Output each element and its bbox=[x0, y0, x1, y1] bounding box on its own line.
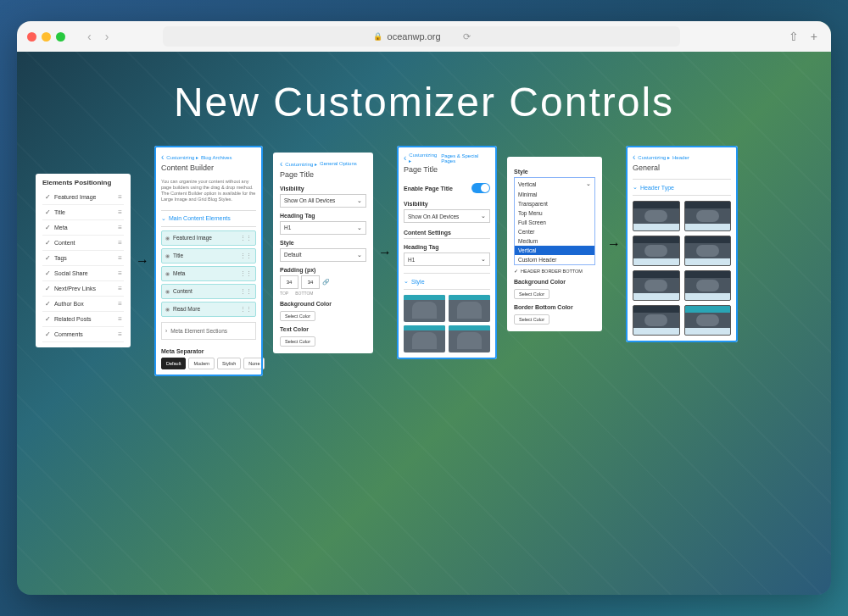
dropdown-item[interactable]: Minimal bbox=[515, 190, 594, 199]
breadcrumb[interactable]: ‹Customizing ▸Header bbox=[633, 153, 731, 162]
style-thumb[interactable] bbox=[449, 325, 490, 352]
item-label: Title bbox=[54, 209, 65, 215]
eye-icon[interactable]: ◉ bbox=[165, 288, 170, 294]
padding-top-input[interactable]: 34 bbox=[280, 275, 298, 289]
drag-item[interactable]: ◉Read More⋮⋮ bbox=[161, 302, 256, 317]
list-item[interactable]: ✓Social Share≡ bbox=[42, 266, 124, 281]
drag-item[interactable]: ◉Content⋮⋮ bbox=[161, 284, 256, 299]
visibility-select[interactable]: Show On All Devices⌄ bbox=[280, 194, 366, 208]
list-item[interactable]: ✓Author Box≡ bbox=[42, 297, 124, 312]
back-icon[interactable]: ‹ bbox=[404, 153, 406, 163]
drag-handle-icon[interactable]: ⋮⋮ bbox=[240, 288, 252, 295]
dropdown-item[interactable]: Custom Header bbox=[515, 255, 594, 264]
drag-icon[interactable]: ≡ bbox=[118, 208, 121, 216]
sep-option-none[interactable]: None bbox=[243, 358, 265, 369]
list-item[interactable]: ✓Comments≡ bbox=[42, 327, 124, 342]
drag-item[interactable]: ◉Meta⋮⋮ bbox=[161, 266, 256, 281]
drag-icon[interactable]: ≡ bbox=[118, 193, 121, 201]
close-icon[interactable] bbox=[27, 32, 36, 42]
back-icon[interactable]: ‹ bbox=[161, 153, 164, 162]
maximize-icon[interactable] bbox=[56, 32, 65, 42]
padding-bottom-input[interactable]: 34 bbox=[301, 275, 320, 289]
style-collapse[interactable]: ⌄Style bbox=[404, 273, 490, 290]
eye-icon[interactable]: ◉ bbox=[165, 306, 170, 312]
header-thumb[interactable] bbox=[633, 305, 680, 336]
eye-icon[interactable]: ◉ bbox=[165, 235, 170, 241]
list-item[interactable]: ✓Next/Prev Links≡ bbox=[42, 281, 124, 297]
heading-tag-select[interactable]: H1⌄ bbox=[280, 221, 366, 235]
dropdown-item[interactable]: Center bbox=[515, 227, 594, 236]
header-thumb[interactable] bbox=[684, 305, 732, 336]
drag-handle-icon[interactable]: ⋮⋮ bbox=[240, 253, 252, 259]
sep-option-stylish[interactable]: Stylish bbox=[217, 358, 241, 369]
link-icon[interactable]: 🔗 bbox=[322, 279, 330, 286]
style-select[interactable]: Default⌄ bbox=[280, 248, 366, 262]
drag-icon[interactable]: ≡ bbox=[118, 224, 121, 231]
list-item[interactable]: ✓Title≡ bbox=[42, 205, 124, 220]
drag-item[interactable]: ◉Title⋮⋮ bbox=[161, 248, 256, 264]
drag-icon[interactable]: ≡ bbox=[118, 330, 121, 338]
drag-icon[interactable]: ≡ bbox=[118, 254, 121, 262]
border-color-button[interactable]: Select Color bbox=[514, 314, 550, 325]
drag-icon[interactable]: ≡ bbox=[118, 269, 121, 277]
field-label: Style bbox=[280, 240, 366, 246]
toggle-switch[interactable] bbox=[471, 183, 490, 193]
header-thumb[interactable] bbox=[684, 236, 732, 266]
drag-icon[interactable]: ≡ bbox=[118, 285, 121, 292]
back-arrow-icon[interactable]: ‹ bbox=[82, 28, 97, 45]
header-thumb[interactable] bbox=[684, 201, 732, 231]
forward-arrow-icon[interactable]: › bbox=[100, 28, 114, 45]
drag-icon[interactable]: ≡ bbox=[118, 239, 121, 247]
drag-icon[interactable]: ≡ bbox=[118, 300, 121, 308]
dropdown-item[interactable]: Medium bbox=[515, 236, 594, 246]
eye-icon[interactable]: ◉ bbox=[165, 253, 170, 258]
style-dropdown-open[interactable]: Vertical⌄ Minimal Transparent Top Menu F… bbox=[514, 177, 595, 265]
drag-handle-icon[interactable]: ⋮⋮ bbox=[240, 270, 252, 277]
dropdown-item[interactable]: Full Screen bbox=[515, 218, 594, 227]
minimize-icon[interactable] bbox=[42, 32, 51, 42]
dropdown-item[interactable]: Top Menu bbox=[515, 208, 594, 218]
collapse-header[interactable]: ⌄Main Content Elements bbox=[161, 210, 256, 227]
check-icon: ✓ bbox=[45, 269, 51, 277]
breadcrumb[interactable]: ‹Customizing ▸Blog Archives bbox=[161, 153, 256, 162]
drag-item[interactable]: ◉Featured Image⋮⋮ bbox=[161, 230, 256, 246]
panel-group-3: Style Vertical⌄ Minimal Transparent Top … bbox=[507, 146, 738, 342]
new-tab-icon[interactable]: + bbox=[811, 30, 817, 43]
visibility-select[interactable]: Show On All Devices⌄ bbox=[404, 209, 490, 223]
header-thumb[interactable] bbox=[633, 236, 680, 266]
header-thumb[interactable] bbox=[633, 201, 680, 231]
drag-handle-icon[interactable]: ⋮⋮ bbox=[240, 235, 252, 241]
bg-color-button[interactable]: Select Color bbox=[280, 311, 315, 321]
header-thumb[interactable] bbox=[684, 270, 732, 301]
header-type-collapse[interactable]: ⌄Header Type bbox=[633, 179, 731, 196]
list-item[interactable]: ✓Featured Image≡ bbox=[42, 190, 124, 205]
style-thumb[interactable] bbox=[404, 295, 445, 322]
drag-icon[interactable]: ≡ bbox=[118, 315, 121, 323]
style-thumb[interactable] bbox=[449, 295, 490, 322]
list-item[interactable]: ✓Content≡ bbox=[42, 236, 124, 251]
breadcrumb[interactable]: ‹Customizing ▸General Options bbox=[280, 159, 366, 169]
bg-color-button[interactable]: Select Color bbox=[514, 289, 550, 299]
header-thumb[interactable] bbox=[633, 270, 680, 301]
heading-tag-select[interactable]: H1⌄ bbox=[404, 253, 490, 266]
breadcrumb-section: Blog Archives bbox=[201, 155, 232, 160]
reload-icon[interactable]: ⟳ bbox=[463, 31, 471, 42]
list-item[interactable]: ✓Tags≡ bbox=[42, 251, 124, 266]
dropdown-item-selected[interactable]: Vertical bbox=[515, 246, 594, 255]
breadcrumb[interactable]: ‹Customizing ▸Pages & Special Pages bbox=[404, 153, 490, 164]
sep-option-modern[interactable]: Modern bbox=[188, 358, 215, 369]
accordion-row[interactable]: ›Meta Element Sections bbox=[161, 322, 256, 340]
share-icon[interactable]: ⇧ bbox=[789, 30, 799, 43]
field-label: Padding (px) bbox=[280, 267, 366, 273]
list-item[interactable]: ✓Related Posts≡ bbox=[42, 312, 124, 327]
sep-option-default[interactable]: Default bbox=[161, 358, 186, 369]
dropdown-item[interactable]: Transparent bbox=[515, 199, 594, 208]
back-icon[interactable]: ‹ bbox=[633, 153, 635, 162]
drag-handle-icon[interactable]: ⋮⋮ bbox=[240, 306, 252, 313]
url-bar[interactable]: 🔒 oceanwp.org ⟳ bbox=[163, 26, 679, 47]
text-color-button[interactable]: Select Color bbox=[280, 336, 315, 347]
list-item[interactable]: ✓Meta≡ bbox=[42, 220, 124, 236]
back-icon[interactable]: ‹ bbox=[280, 159, 282, 169]
style-thumb[interactable] bbox=[404, 325, 445, 352]
eye-icon[interactable]: ◉ bbox=[165, 270, 170, 276]
